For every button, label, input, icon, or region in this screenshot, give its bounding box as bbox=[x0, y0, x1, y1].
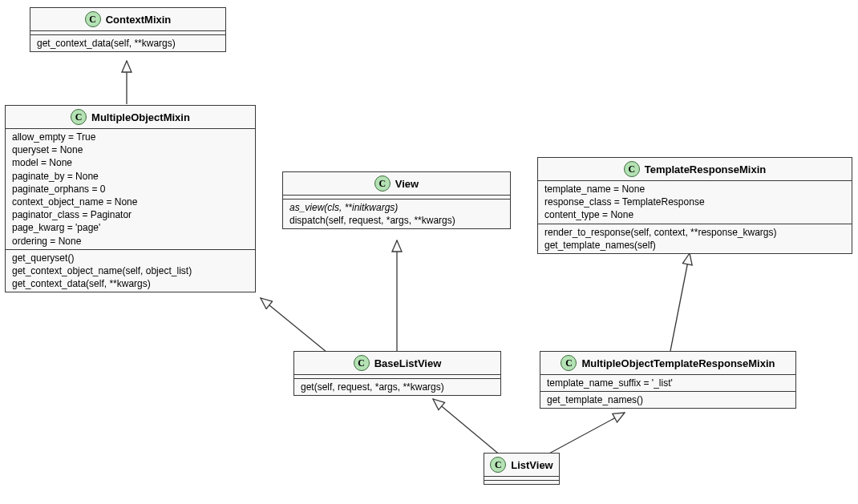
method: render_to_response(self, context, **resp… bbox=[544, 226, 845, 239]
method: get_context_data(self, **kwargs) bbox=[12, 277, 249, 290]
class-context-mixin: C ContextMixin get_context_data(self, **… bbox=[30, 7, 226, 52]
class-multiple-object-template-response-mixin: C MultipleObjectTemplateResponseMixin te… bbox=[540, 351, 796, 409]
class-header: C MultipleObjectMixin bbox=[6, 106, 255, 129]
attrs-compartment: template_name_suffix = '_list' bbox=[540, 375, 795, 392]
class-header: C BaseListView bbox=[294, 352, 500, 375]
method: get(self, request, *args, **kwargs) bbox=[301, 381, 494, 393]
attr: page_kwarg = 'page' bbox=[12, 221, 249, 234]
attr: response_class = TemplateResponse bbox=[544, 196, 845, 208]
methods-compartment: get_queryset() get_context_object_name(s… bbox=[6, 250, 255, 292]
method: get_template_names(self) bbox=[544, 239, 845, 252]
attr: model = None bbox=[12, 156, 249, 169]
attr: allow_empty = True bbox=[12, 131, 249, 143]
attrs-compartment: template_name = None response_class = Te… bbox=[538, 181, 852, 224]
class-icon: C bbox=[561, 355, 577, 371]
class-name: ContextMixin bbox=[106, 14, 172, 26]
class-icon: C bbox=[490, 457, 506, 473]
methods-compartment bbox=[484, 481, 559, 484]
class-list-view: C ListView bbox=[484, 453, 560, 485]
svg-line-4 bbox=[433, 399, 506, 460]
class-view: C View as_view(cls, **initkwargs) dispat… bbox=[282, 171, 511, 229]
class-name: BaseListView bbox=[374, 357, 442, 369]
class-icon: C bbox=[71, 109, 87, 125]
method: get_template_names() bbox=[547, 393, 789, 406]
svg-line-3 bbox=[670, 253, 690, 351]
class-header: C TemplateResponseMixin bbox=[538, 158, 852, 181]
method: get_context_object_name(self, object_lis… bbox=[12, 264, 249, 277]
attr: content_type = None bbox=[544, 208, 845, 221]
attr: paginator_class = Paginator bbox=[12, 208, 249, 221]
class-icon: C bbox=[354, 355, 370, 371]
method: get_queryset() bbox=[12, 252, 249, 264]
class-name: MultipleObjectTemplateResponseMixin bbox=[581, 357, 775, 369]
attr: paginate_by = None bbox=[12, 170, 249, 183]
attr: ordering = None bbox=[12, 235, 249, 248]
method: dispatch(self, request, *args, **kwargs) bbox=[289, 214, 504, 227]
attr: template_name = None bbox=[544, 183, 845, 196]
method: get_context_data(self, **kwargs) bbox=[37, 37, 219, 50]
class-icon: C bbox=[85, 11, 101, 27]
class-name: View bbox=[395, 178, 419, 190]
class-header: C ListView bbox=[484, 454, 559, 477]
methods-compartment: get_template_names() bbox=[540, 392, 795, 408]
class-header: C ContextMixin bbox=[30, 8, 225, 31]
attr: template_name_suffix = '_list' bbox=[547, 377, 789, 389]
method: as_view(cls, **initkwargs) bbox=[289, 201, 504, 214]
class-name: MultipleObjectMixin bbox=[91, 111, 190, 123]
attrs-compartment: allow_empty = True queryset = None model… bbox=[6, 129, 255, 250]
class-icon: C bbox=[624, 161, 640, 177]
methods-compartment: get(self, request, *args, **kwargs) bbox=[294, 379, 500, 395]
class-name: TemplateResponseMixin bbox=[645, 163, 766, 175]
attr: context_object_name = None bbox=[12, 196, 249, 208]
class-base-list-view: C BaseListView get(self, request, *args,… bbox=[293, 351, 501, 396]
class-header: C View bbox=[283, 172, 510, 196]
attr: queryset = None bbox=[12, 143, 249, 156]
methods-compartment: render_to_response(self, context, **resp… bbox=[538, 224, 852, 253]
methods-compartment: get_context_data(self, **kwargs) bbox=[30, 35, 225, 51]
methods-compartment: as_view(cls, **initkwargs) dispatch(self… bbox=[283, 200, 510, 228]
class-header: C MultipleObjectTemplateResponseMixin bbox=[540, 352, 795, 375]
class-icon: C bbox=[374, 175, 391, 192]
class-multiple-object-mixin: C MultipleObjectMixin allow_empty = True… bbox=[5, 105, 256, 292]
attr: paginate_orphans = 0 bbox=[12, 183, 249, 196]
class-template-response-mixin: C TemplateResponseMixin template_name = … bbox=[537, 157, 852, 254]
class-name: ListView bbox=[511, 459, 553, 471]
